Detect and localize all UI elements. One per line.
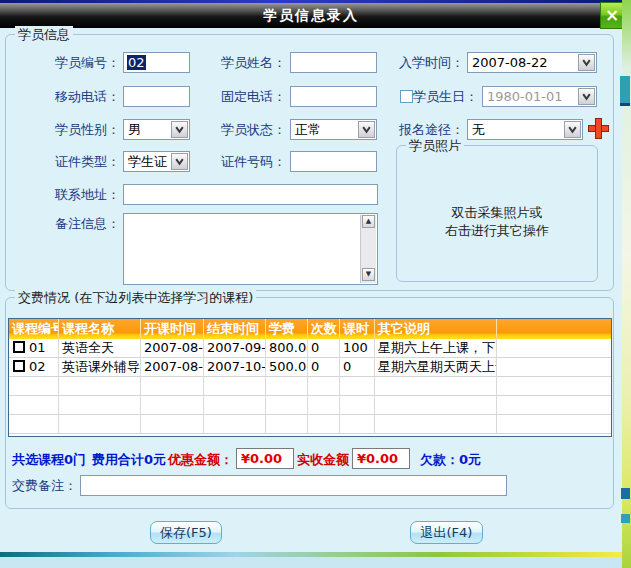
header-course-name: 课程名称 <box>59 319 141 339</box>
selected-courses-text: 共选课程0门 <box>12 451 86 469</box>
parent-window-edge-blue <box>621 488 630 499</box>
cell-hours: 100 <box>340 339 375 358</box>
student-name-input[interactable] <box>290 52 377 73</box>
gender-combo[interactable]: 男 <box>123 119 190 140</box>
payment-note-label: 交费备注： <box>12 475 78 496</box>
birthday-combo[interactable]: 1980-01-01 <box>482 86 597 107</box>
arrears-text: 欠款：0元 <box>420 451 481 469</box>
cell-note: 星期六上午上课，下... <box>375 339 497 358</box>
total-fee-text: 费用合计0元 <box>92 451 166 469</box>
cell-course-name: 英语全天 <box>59 339 141 358</box>
payment-group-title: 交费情况 (在下边列表中选择学习的课程) <box>15 289 256 307</box>
chevron-down-icon[interactable] <box>564 121 581 138</box>
header-fee: 学费 <box>266 319 308 339</box>
student-id-input[interactable]: 02 <box>123 52 190 73</box>
student-name-label: 学员姓名： <box>196 52 286 73</box>
course-checkbox[interactable] <box>13 341 25 353</box>
mobile-input[interactable] <box>123 86 190 107</box>
title-bar[interactable]: 学员信息录入 <box>0 3 622 28</box>
address-input[interactable] <box>123 184 378 205</box>
phone-label: 固定电话： <box>196 86 286 107</box>
birthday-checkbox[interactable] <box>400 90 413 103</box>
header-course-id: 课程编号 <box>9 319 59 339</box>
student-id-label: 学员编号： <box>30 52 120 73</box>
table-row[interactable]: 02 英语课外辅导 2007-08-21 2007-10-21 500.00 0… <box>9 358 611 377</box>
cell-fee: 500.00 <box>266 358 308 377</box>
header-start-date: 开课时间 <box>141 319 204 339</box>
phone-input[interactable] <box>290 86 377 107</box>
received-input[interactable]: ¥0.00 <box>352 448 410 469</box>
parent-window-edge-blue <box>621 514 630 523</box>
status-label: 学员状态： <box>196 119 286 140</box>
remarks-label: 备注信息： <box>30 213 120 234</box>
remarks-textarea[interactable]: ▲ ▼ <box>123 213 378 285</box>
enroll-date-combo[interactable]: 2007-08-22 <box>467 52 597 73</box>
cell-end-date: 2007-09-21 <box>204 339 266 358</box>
student-entry-dialog: 学员信息录入 学员信息 学员编号： 02 学员姓名： 入学时间： 2007-08… <box>0 0 622 557</box>
chevron-down-icon[interactable] <box>171 121 188 138</box>
status-combo[interactable]: 正常 <box>290 119 377 140</box>
screen: 学员信息录入 学员信息 学员编号： 02 学员姓名： 入学时间： 2007-08… <box>0 0 631 568</box>
enroll-date-label: 入学时间： <box>396 52 464 73</box>
cell-hours: 0 <box>340 358 375 377</box>
chevron-down-icon[interactable] <box>578 54 595 71</box>
table-row-empty <box>9 396 611 415</box>
close-button[interactable]: × <box>600 2 624 29</box>
id-type-combo[interactable]: 学生证 <box>123 151 190 172</box>
birthday-label: 学员生日： <box>413 86 479 107</box>
table-row-empty <box>9 377 611 396</box>
table-header: 课程编号 课程名称 开课时间 结束时间 学费 次数 课时 其它说明 <box>9 319 611 339</box>
address-label: 联系地址： <box>30 184 120 205</box>
chevron-down-icon[interactable] <box>171 153 188 170</box>
header-times: 次数 <box>308 319 340 339</box>
cell-fee: 800.00 <box>266 339 308 358</box>
id-number-label: 证件号码： <box>196 151 286 172</box>
scroll-up-icon[interactable]: ▲ <box>362 215 375 228</box>
header-end-date: 结束时间 <box>204 319 266 339</box>
save-button[interactable]: 保存(F5) <box>150 521 222 544</box>
chevron-down-icon[interactable] <box>578 88 595 105</box>
course-checkbox[interactable] <box>13 360 25 372</box>
cell-course-name: 英语课外辅导 <box>59 358 141 377</box>
cell-times: 0 <box>308 358 340 377</box>
header-filler <box>497 319 611 339</box>
exit-button[interactable]: 退出(F4) <box>410 521 483 544</box>
photo-group-title: 学员照片 <box>406 137 464 155</box>
dialog-title: 学员信息录入 <box>0 3 622 28</box>
table-row-empty <box>9 415 611 434</box>
course-table: 课程编号 课程名称 开课时间 结束时间 学费 次数 课时 其它说明 01 英语全… <box>8 318 612 437</box>
dialog-bottom-accent <box>0 552 622 557</box>
cell-start-date: 2007-08-21 <box>141 339 204 358</box>
discount-label: 优惠金额： <box>168 451 233 469</box>
mobile-label: 移动电话： <box>30 86 120 107</box>
header-hours: 课时 <box>340 319 375 339</box>
add-channel-icon[interactable] <box>588 118 609 139</box>
payment-note-input[interactable] <box>80 475 507 496</box>
selected-text: 02 <box>127 55 146 70</box>
photo-groupbox[interactable]: 学员照片 双击采集照片或 右击进行其它操作 <box>396 145 598 282</box>
plus-bar <box>595 118 602 139</box>
parent-window-edge-teal <box>620 76 630 106</box>
gender-label: 学员性别： <box>30 119 120 140</box>
id-number-input[interactable] <box>290 151 377 172</box>
discount-input[interactable]: ¥0.00 <box>236 448 294 469</box>
student-info-group-title: 学员信息 <box>15 26 73 44</box>
photo-hint: 双击采集照片或 右击进行其它操作 <box>397 204 597 240</box>
channel-combo[interactable]: 无 <box>467 119 583 140</box>
scroll-down-icon[interactable]: ▼ <box>362 268 375 281</box>
chevron-down-icon[interactable] <box>358 121 375 138</box>
cell-note: 星期六星期天两天上课 <box>375 358 497 377</box>
cell-end-date: 2007-10-21 <box>204 358 266 377</box>
remarks-scrollbar[interactable]: ▲ ▼ <box>360 215 376 283</box>
cell-times: 0 <box>308 339 340 358</box>
cell-start-date: 2007-08-21 <box>141 358 204 377</box>
header-note: 其它说明 <box>375 319 497 339</box>
table-row[interactable]: 01 英语全天 2007-08-21 2007-09-21 800.00 0 1… <box>9 339 611 358</box>
id-type-label: 证件类型： <box>30 151 120 172</box>
